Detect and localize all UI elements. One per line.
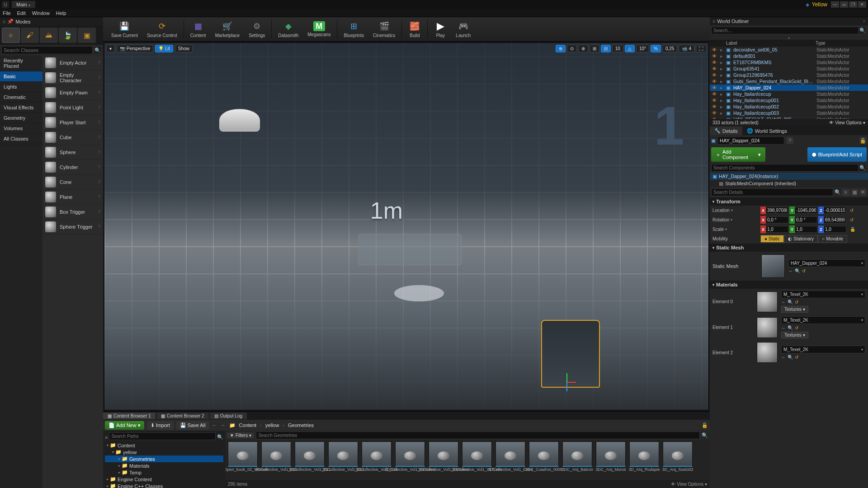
place-mode-icon[interactable]: ⟐ <box>2 28 20 43</box>
scale-x[interactable] <box>766 226 788 233</box>
asset-item[interactable]: 3DCollective_Vol1_015Lime <box>394 441 426 478</box>
toolbar-build[interactable]: 🧱Build <box>404 17 425 41</box>
restore-button[interactable]: ❐ <box>849 1 857 8</box>
actor-player-start[interactable]: Player Start? <box>42 115 103 130</box>
asset-item[interactable]: 3DCollective_Vol1_017Lime <box>461 441 493 478</box>
details-help-icon[interactable]: ? <box>786 137 793 144</box>
scale-z[interactable] <box>824 226 846 233</box>
asset-search-input[interactable] <box>256 432 700 439</box>
landscape-mode-icon[interactable]: ⛰ <box>40 28 58 43</box>
actor-box-trigger[interactable]: Box Trigger? <box>42 205 103 220</box>
mesh-use-icon[interactable]: ← <box>788 268 793 273</box>
mat-browse-icon[interactable]: 🔍 <box>788 300 793 305</box>
mat-reset-icon[interactable]: ↺ <box>795 355 798 360</box>
location-z[interactable] <box>824 207 846 214</box>
details-view-eye-icon[interactable]: 👁 <box>859 189 867 196</box>
crumb-geometries[interactable]: Geometries <box>288 422 314 428</box>
mat-browse-icon[interactable]: 🔍 <box>788 355 793 360</box>
viewport-options-button[interactable]: ▾ <box>106 45 115 52</box>
material-thumbnail[interactable] <box>757 342 778 363</box>
location-x[interactable] <box>766 207 788 214</box>
asset-item[interactable]: 3DCollective_Vol1_Extra <box>495 441 526 478</box>
lit-button[interactable]: 💡 Lit <box>155 45 173 52</box>
realtime-icon[interactable]: ⊙ <box>567 45 577 52</box>
stats-icon[interactable]: ⊛ <box>578 45 588 52</box>
scale-lock-icon[interactable]: 🔓 <box>850 227 855 232</box>
toolbar-datasmith[interactable]: ◆Datasmith <box>274 17 303 41</box>
foliage-mode-icon[interactable]: 🍃 <box>59 28 77 43</box>
mobility-stationary[interactable]: ◐ Stationary <box>784 235 818 243</box>
category-basic[interactable]: Basic <box>0 71 42 82</box>
location-y[interactable] <box>795 207 817 214</box>
maximize-button[interactable]: ▭ <box>840 1 848 8</box>
angle-snap-toggle[interactable]: △ <box>625 45 635 52</box>
mat-use-icon[interactable]: ← <box>781 300 786 305</box>
actor-cone[interactable]: Cone? <box>42 175 103 190</box>
tree-yellow[interactable]: ▾📁yellow <box>105 449 223 455</box>
rotation-reset-icon[interactable]: ↺ <box>850 217 854 222</box>
actor-point-light[interactable]: Point Light? <box>42 100 103 115</box>
tree-materials[interactable]: ▸📁Materials <box>105 462 223 469</box>
category-all-classes[interactable]: All Classes <box>0 134 42 144</box>
viewport[interactable]: 1m 1 ▾ 📷 Perspective 💡 Lit Show ⊕ ⊙ ⊛ ⊞ … <box>104 42 709 410</box>
category-recently-placed[interactable]: Recently Placed <box>0 56 42 71</box>
toolbar-blueprints[interactable]: ⊞Blueprints <box>339 17 368 41</box>
material-dropdown[interactable]: M_Texel_2K▾ <box>781 316 865 324</box>
details-search-input[interactable] <box>711 188 833 196</box>
toolbar-settings[interactable]: ⚙Settings <box>244 17 269 41</box>
outliner-row[interactable]: 👁▸▣Group63541StaticMeshActor <box>710 66 868 72</box>
actor-sphere-trigger[interactable]: Sphere Trigger? <box>42 220 103 235</box>
mat-use-icon[interactable]: ← <box>781 325 786 330</box>
paint-mode-icon[interactable]: 🖌 <box>21 28 39 43</box>
menu-window[interactable]: Window <box>32 10 50 16</box>
modes-search-input[interactable] <box>1 46 93 54</box>
save-all-button[interactable]: 💾 Save All <box>176 421 209 430</box>
maximize-viewport-icon[interactable]: ⛶ <box>696 45 707 52</box>
minimize-button[interactable]: — <box>831 1 839 8</box>
scale-snap-value[interactable]: 0,25 <box>662 45 677 52</box>
actor-cylinder[interactable]: Cylinder? <box>42 160 103 175</box>
mat-use-icon[interactable]: ← <box>781 355 786 360</box>
nav-back-icon[interactable]: ← <box>212 422 217 428</box>
crumb-yellow[interactable]: yellow <box>265 422 279 428</box>
asset-item[interactable]: 3DC_Arq_Muros <box>595 441 627 478</box>
material-thumbnail[interactable] <box>757 291 778 312</box>
asset-item[interactable]: 3D_Arq_Suelo02 <box>662 441 693 478</box>
tree-engine-content[interactable]: ▸📁Engine Content <box>105 476 223 483</box>
asset-search-icon[interactable]: 🔍 <box>702 432 708 438</box>
materials-section[interactable]: ▾Materials <box>710 281 868 289</box>
outliner-row[interactable]: 👁▸▣Group2128695476StaticMeshActor <box>710 72 868 78</box>
outliner-search-icon[interactable]: 🔍 <box>859 27 867 34</box>
category-geometry[interactable]: Geometry <box>0 113 42 123</box>
transform-section[interactable]: ▾Transform <box>710 197 868 206</box>
mobility-movable[interactable]: ○ Movable <box>818 235 847 243</box>
brush-mode-icon[interactable]: ▣ <box>78 28 96 43</box>
asset-item[interactable]: 3DC_Arq_Balcon <box>561 441 593 478</box>
actor-name-input[interactable] <box>717 136 784 145</box>
asset-item[interactable]: 23_Open_book_02_Women <box>227 441 259 478</box>
actor-empty-actor[interactable]: Empty Actor? <box>42 56 103 70</box>
rotation-z[interactable] <box>824 216 846 223</box>
tree-search-input[interactable] <box>109 432 216 440</box>
import-button[interactable]: ⬇ Import <box>147 421 174 430</box>
collapse-tree-icon[interactable]: ≡ <box>105 435 108 440</box>
details-search-icon[interactable]: 🔍 <box>835 189 841 195</box>
surface-snap-icon[interactable]: ⊞ <box>590 45 599 52</box>
component-search-icon[interactable]: 🔍 <box>859 164 867 172</box>
outliner-row[interactable]: 👁▸▣HAY_Dapper_024StaticMeshActor <box>710 84 868 91</box>
content-browser-2-tab[interactable]: ▦ Content Browser 2 <box>156 413 209 419</box>
nav-fwd-icon[interactable]: → <box>221 422 226 428</box>
menu-file[interactable]: File <box>3 10 11 16</box>
category-lights[interactable]: Lights <box>0 82 42 92</box>
outliner-view-options[interactable]: 👁 View Options ▾ <box>829 120 865 125</box>
toolbar-source-control[interactable]: ⟳Source Control <box>142 17 182 41</box>
root-component-row[interactable]: ▣ HAY_Dapper_024(Instance) <box>710 173 868 180</box>
game-view-icon[interactable]: ⊕ <box>556 45 566 52</box>
toolbar-content[interactable]: ▦Content <box>186 17 211 41</box>
outliner-row[interactable]: 👁▸▣Hay_ItalianIcecup003StaticMeshActor <box>710 110 868 116</box>
toolbar-save-current[interactable]: 💾Save Current <box>107 17 142 41</box>
outliner-row[interactable]: 👁▸▣ET187CRMBKMSStaticMeshActor <box>710 59 868 66</box>
tree-geometries[interactable]: ▸📁Geometries <box>105 455 223 462</box>
mesh-browse-icon[interactable]: 🔍 <box>795 268 800 273</box>
asset-item[interactable]: 3DCollective_Vol1_011 <box>294 441 326 478</box>
